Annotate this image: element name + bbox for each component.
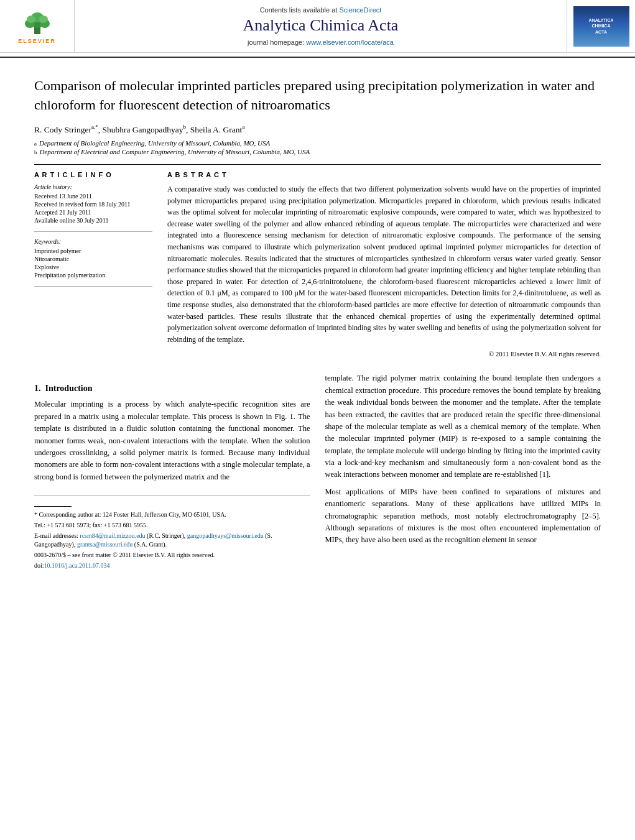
body-two-col: 1. Introduction Molecular imprinting is … bbox=[34, 372, 601, 572]
homepage-url[interactable]: www.elsevier.com/locate/aca bbox=[306, 39, 394, 46]
analytica-logo-text: ANALYTICACHIMICAACTA bbox=[589, 17, 614, 34]
footnote-corresponding: * Corresponding author at: 124 Foster Ha… bbox=[34, 510, 310, 519]
author-stringer-sup: a,* bbox=[91, 124, 98, 130]
abstract-header: A B S T R A C T bbox=[167, 171, 601, 178]
doi-prefix: doi: bbox=[34, 562, 44, 569]
article-history: Article history: Received 13 June 2011 R… bbox=[34, 183, 152, 232]
history-received: Received 13 June 2011 bbox=[34, 193, 152, 200]
section-1-title: 1. Introduction bbox=[34, 384, 310, 394]
history-revised: Received in revised form 18 July 2011 bbox=[34, 201, 152, 208]
history-online: Available online 30 July 2011 bbox=[34, 217, 152, 224]
sciencedirect-link[interactable]: ScienceDirect bbox=[339, 6, 381, 14]
keywords-title: Keywords: bbox=[34, 238, 152, 245]
svg-point-5 bbox=[27, 16, 35, 23]
footer-notes: * Corresponding author at: 124 Foster Ha… bbox=[34, 496, 310, 570]
abstract-text: A comparative study was conducted to stu… bbox=[167, 183, 601, 345]
journal-center-area: Contents lists available at ScienceDirec… bbox=[75, 0, 567, 52]
article-info-header: A R T I C L E I N F O bbox=[34, 171, 152, 178]
doi-link[interactable]: 10.1016/j.aca.2011.07.034 bbox=[44, 562, 110, 569]
footer-divider bbox=[34, 506, 72, 507]
sciencedirect-line: Contents lists available at ScienceDirec… bbox=[260, 6, 382, 14]
email-2-text: gangopadhyays@missouri.edu bbox=[187, 532, 264, 539]
history-title: Article history: bbox=[34, 183, 152, 190]
author-stringer: R. Cody Stringer bbox=[34, 124, 91, 134]
body-right-col: template. The rigid polymer matrix conta… bbox=[325, 372, 601, 572]
elsevier-text: ELSEVIER bbox=[18, 38, 56, 44]
abstract-section: A comparative study was conducted to stu… bbox=[167, 183, 601, 358]
keyword-4: Precipitation polymerization bbox=[34, 272, 152, 279]
two-col-info-abstract: A R T I C L E I N F O Article history: R… bbox=[34, 164, 601, 365]
section-1-number: 1. bbox=[34, 384, 41, 393]
section-1-col2-p1: template. The rigid polymer matrix conta… bbox=[325, 372, 601, 481]
section-1-label: Introduction bbox=[45, 384, 93, 393]
aff-a-letter: a bbox=[34, 141, 37, 147]
affiliation-a-text: Department of Biological Engineering, Un… bbox=[39, 139, 270, 147]
analytica-logo-box: ANALYTICACHIMICAACTA bbox=[567, 0, 635, 52]
email-1-name: (R.C. Stringer), bbox=[147, 532, 185, 539]
journal-title: Analytica Chimica Acta bbox=[243, 16, 399, 35]
section-1: 1. Introduction Molecular imprinting is … bbox=[34, 384, 310, 483]
affiliations: a Department of Biological Engineering, … bbox=[34, 139, 601, 155]
keyword-1: Imprinted polymer bbox=[34, 247, 152, 254]
article-title: Comparison of molecular imprinted partic… bbox=[34, 76, 601, 115]
elsevier-tree-icon bbox=[12, 8, 62, 36]
section-1-col2-p2: Most applications of MIPs have been conf… bbox=[325, 486, 601, 547]
analytica-logo-image: ANALYTICACHIMICAACTA bbox=[573, 6, 629, 47]
journal-header-top: ELSEVIER Contents lists available at Sci… bbox=[0, 0, 635, 53]
authors-line: R. Cody Stringera,*, Shubhra Gangopadhya… bbox=[34, 124, 601, 135]
email-label: E-mail addresses: bbox=[34, 532, 78, 539]
affiliation-a: a Department of Biological Engineering, … bbox=[34, 139, 601, 147]
email-1-text: rcsm84@mail.mizzou.edu bbox=[80, 532, 145, 539]
keyword-2: Nitroaromatic bbox=[34, 256, 152, 262]
keyword-3: Explosive bbox=[34, 264, 152, 270]
journal-homepage-line: journal homepage: www.elsevier.com/locat… bbox=[248, 39, 394, 46]
affiliation-b-text: Department of Electrical and Computer En… bbox=[40, 148, 310, 155]
email-3-link[interactable]: grantsa@missouri.edu bbox=[77, 541, 132, 548]
homepage-url-text: www.elsevier.com/locate/aca bbox=[306, 39, 394, 46]
email-2-link[interactable]: gangopadhyays@missouri.edu bbox=[187, 532, 264, 539]
history-accepted: Accepted 21 July 2011 bbox=[34, 209, 152, 216]
footnote-issn: 0003-2670/$ – see front matter © 2011 El… bbox=[34, 551, 310, 560]
body-left-col: 1. Introduction Molecular imprinting is … bbox=[34, 372, 310, 572]
copyright-line: © 2011 Elsevier B.V. All rights reserved… bbox=[167, 350, 601, 358]
footnote-tel: Tel.: +1 573 681 5973; fax: +1 573 681 5… bbox=[34, 521, 310, 530]
journal-header: ELSEVIER Contents lists available at Sci… bbox=[0, 0, 635, 58]
abstract-col: A B S T R A C T A comparative study was … bbox=[167, 171, 601, 365]
author-grant-sup: a bbox=[242, 124, 244, 130]
sciencedirect-prefix: Contents lists available at bbox=[260, 6, 340, 14]
main-content: Comparison of molecular imprinted partic… bbox=[0, 58, 635, 584]
page: ELSEVIER Contents lists available at Sci… bbox=[0, 0, 635, 840]
doi-text: 10.1016/j.aca.2011.07.034 bbox=[44, 562, 110, 569]
email-3-name: (S.A. Grant). bbox=[134, 541, 167, 548]
footnote-email: E-mail addresses: rcsm84@mail.mizzou.edu… bbox=[34, 532, 310, 549]
aff-b-letter: b bbox=[34, 149, 37, 155]
affiliation-b: b Department of Electrical and Computer … bbox=[34, 148, 601, 155]
email-3-text: grantsa@missouri.edu bbox=[77, 541, 132, 548]
keywords-section: Keywords: Imprinted polymer Nitroaromati… bbox=[34, 238, 152, 287]
email-1-link[interactable]: rcsm84@mail.mizzou.edu bbox=[80, 532, 145, 539]
author-grant: , Sheila A. Grant bbox=[186, 124, 242, 134]
article-info-col: A R T I C L E I N F O Article history: R… bbox=[34, 171, 152, 365]
author-gangopadhyay: , Shubhra Gangopadhyay bbox=[98, 124, 183, 134]
svg-point-6 bbox=[39, 16, 48, 23]
sciencedirect-link-text: ScienceDirect bbox=[339, 6, 381, 14]
section-1-col1-p1: Molecular imprinting is a process by whi… bbox=[34, 399, 310, 483]
homepage-prefix: journal homepage: bbox=[248, 39, 306, 46]
footnote-doi: doi:10.1016/j.aca.2011.07.034 bbox=[34, 561, 310, 570]
elsevier-logo: ELSEVIER bbox=[0, 0, 75, 52]
